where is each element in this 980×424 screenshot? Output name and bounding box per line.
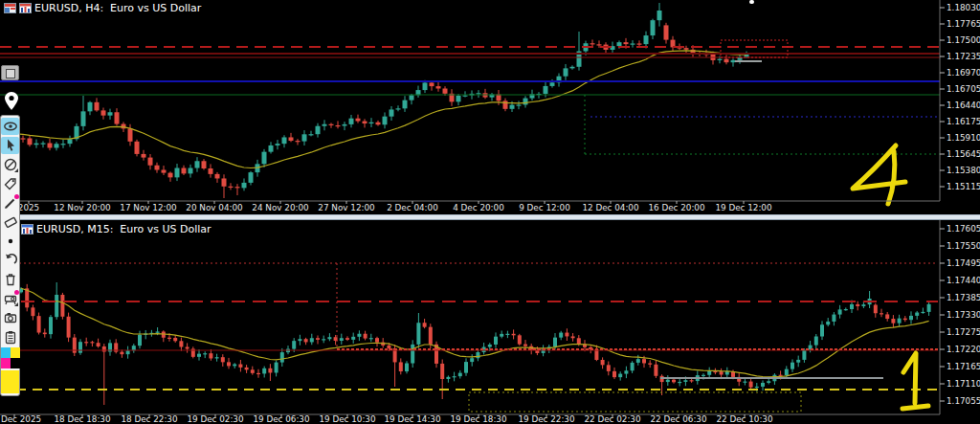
price-label: 1.16175 — [947, 117, 980, 126]
price-label: 1.16705 — [947, 84, 980, 94]
time-label: 19 Dec 02:30 — [187, 414, 244, 424]
submenu-corner — [14, 168, 18, 172]
price-label: 1.17550 — [947, 241, 980, 251]
time-label: 12 Nov 20:00 — [54, 203, 111, 212]
chart-window-icon — [21, 224, 33, 234]
time-label: 19 Dec 18:30 — [450, 414, 507, 424]
chart-h4-canvas[interactable]: 1.180301.177651.175001.172351.169701.167… — [0, 0, 980, 214]
time-label: 22 Dec 02:30 — [584, 414, 641, 424]
tool-undo-icon[interactable] — [1, 252, 19, 269]
price-label: 1.15645 — [947, 149, 980, 159]
time-label: 9 Dec 12:00 — [519, 203, 570, 212]
chart-m15-canvas[interactable]: 1.176051.175501.174951.174401.173851.173… — [0, 220, 980, 424]
time-label: 19 Dec 10:30 — [319, 414, 376, 424]
time-label: 22 Dec 06:30 — [650, 414, 707, 424]
tool-eraser-icon[interactable] — [1, 213, 19, 231]
chart-m15-title-row: EURUSD, M15: Euro vs US Dollar — [21, 223, 212, 235]
time-label: 17 Nov 12:00 — [120, 203, 177, 212]
color-swatches — [1, 347, 20, 368]
price-label: 1.17440 — [947, 276, 980, 285]
price-label: 1.17055 — [947, 396, 980, 406]
swatch-1[interactable] — [11, 347, 20, 358]
price-label: 1.17220 — [947, 345, 980, 354]
time-label: 19 Dec 12:00 — [715, 203, 772, 212]
price-label: 1.15380 — [947, 166, 980, 175]
price-label: 1.17235 — [947, 52, 980, 61]
time-label: 20 Nov 04:00 — [186, 203, 243, 212]
tool-dot-icon[interactable] — [1, 233, 19, 250]
pen-launcher-pin-icon[interactable] — [2, 91, 21, 115]
trading-terminal: 1.180301.177651.175001.172351.169701.167… — [0, 0, 980, 424]
chart-object-button[interactable] — [1, 65, 19, 80]
time-label: 19 Dec 14:30 — [384, 414, 441, 424]
tool-camera-icon[interactable] — [1, 309, 19, 326]
chart-window-icon — [19, 3, 32, 13]
price-label: 1.17165 — [947, 362, 980, 371]
price-label: 1.18030 — [947, 3, 980, 12]
epic-pen-toolbar — [0, 115, 20, 396]
price-label: 1.17275 — [947, 327, 980, 337]
handwritten-1 — [902, 353, 928, 409]
time-label: 2025 — [18, 203, 39, 212]
offline-chart-icon — [4, 3, 16, 13]
price-label: 1.17495 — [947, 258, 980, 268]
price-label: 1.17385 — [947, 293, 980, 302]
tool-clipboard-icon[interactable] — [1, 328, 19, 346]
tool-projector-icon[interactable] — [1, 290, 19, 307]
tool-pencil-icon[interactable] — [1, 194, 19, 212]
price-label: 1.17765 — [947, 19, 980, 29]
time-label: 18 Dec 2025 — [0, 414, 41, 424]
swatch-2[interactable] — [1, 358, 11, 368]
price-label: 1.17605 — [947, 224, 980, 234]
time-label: 18 Dec 22:30 — [121, 414, 178, 424]
time-label: 18 Dec 18:30 — [54, 414, 111, 424]
time-label: 4 Dec 20:00 — [453, 203, 504, 212]
time-label: 2 Dec 04:00 — [387, 203, 438, 212]
price-label: 1.16440 — [947, 100, 980, 110]
mouse-cursor — [749, 0, 754, 4]
price-label: 1.15910 — [947, 133, 980, 143]
chart-m15-title: EURUSD, M15: Euro vs US Dollar — [36, 223, 212, 235]
price-label: 1.17330 — [947, 310, 980, 320]
current-color-swatch[interactable] — [1, 370, 19, 393]
badge-dot — [14, 194, 19, 199]
time-label: 22 Dec 10:30 — [716, 414, 773, 424]
badge-dot — [14, 290, 19, 295]
tool-tag-icon[interactable] — [1, 175, 19, 192]
swatch-0[interactable] — [1, 347, 11, 358]
price-label: 1.15115 — [947, 182, 980, 191]
swatch-3[interactable] — [11, 358, 20, 368]
chart-h4-title-row: EURUSD, H4: Euro vs US Dollar — [4, 2, 201, 14]
time-label: 27 Nov 12:00 — [318, 203, 375, 212]
tool-cursor-icon[interactable] — [1, 137, 19, 154]
time-label: 19 Dec 06:30 — [253, 414, 310, 424]
time-label: 24 Nov 20:00 — [252, 203, 309, 212]
price-label: 1.17110 — [947, 379, 980, 389]
price-label: 1.17500 — [947, 35, 980, 45]
time-label: 16 Dec 20:00 — [648, 203, 705, 212]
tool-eye-icon[interactable] — [1, 118, 19, 135]
submenu-corner — [14, 302, 18, 306]
price-label: 1.16970 — [947, 68, 980, 78]
time-label: 12 Dec 04:00 — [582, 203, 639, 212]
time-label: 19 Dec 22:30 — [518, 414, 575, 424]
chart-h4-title: EURUSD, H4: Euro vs US Dollar — [34, 2, 201, 14]
tool-pen-disabled-icon[interactable] — [1, 156, 19, 173]
tool-trash-icon[interactable] — [1, 271, 19, 288]
